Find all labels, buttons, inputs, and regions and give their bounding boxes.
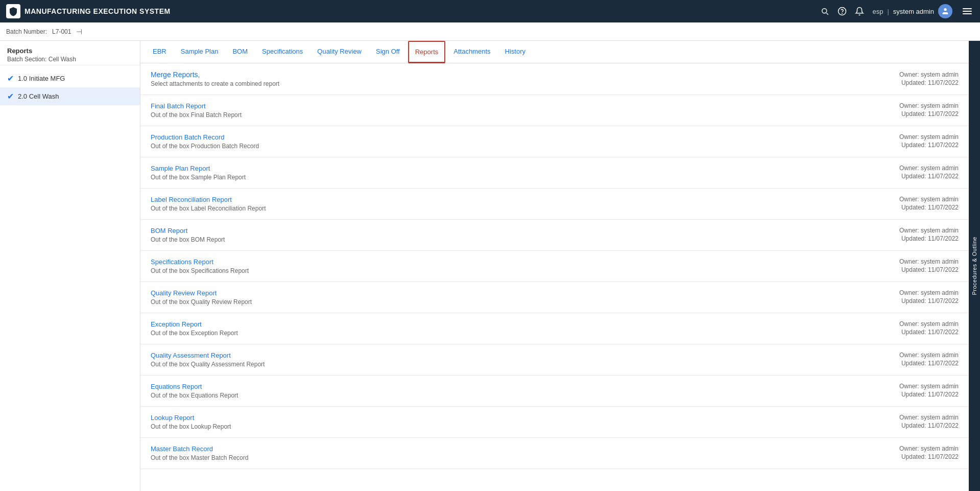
report-owner: Owner: system admin [899,165,959,172]
sidebar-nav: ✔ 1.0 Initiate MFG ✔ 2.0 Cell Wash [0,65,140,109]
top-bar: MANUFACTURING EXECUTION SYSTEM esp | sys… [0,0,980,22]
report-item-exception-report[interactable]: Exception Report Out of the box Exceptio… [140,313,969,344]
report-meta: Owner: system admin Updated: 11/07/2022 [899,102,959,119]
hamburger-menu[interactable] [961,6,974,16]
check-icon: ✔ [7,74,14,83]
report-owner: Owner: system admin [899,196,959,203]
report-name: Lookup Report [151,414,889,422]
report-updated: Updated: 11/07/2022 [899,391,959,398]
report-meta: Owner: system admin Updated: 11/07/2022 [899,352,959,368]
report-info: Sample Plan Report Out of the box Sample… [151,165,889,181]
search-button[interactable] [820,7,829,16]
report-desc: Out of the box Quality Review Report [151,298,889,306]
report-owner: Owner: system admin [899,414,959,421]
report-item-label-reconciliation-report[interactable]: Label Reconciliation Report Out of the b… [140,189,969,220]
report-desc: Select attachments to create a combined … [151,80,889,87]
report-desc: Out of the box Label Reconciliation Repo… [151,205,889,212]
report-owner: Owner: system admin [899,227,959,234]
sidebar-item-initiate-mfg[interactable]: ✔ 1.0 Initiate MFG [0,69,140,87]
report-owner: Owner: system admin [899,320,959,328]
report-meta: Owner: system admin Updated: 11/07/2022 [899,71,959,87]
report-info: Equations Report Out of the box Equation… [151,383,889,399]
report-info: Exception Report Out of the box Exceptio… [151,320,889,337]
svg-point-1 [842,13,843,13]
report-meta: Owner: system admin Updated: 11/07/2022 [899,445,959,461]
tab-attachments[interactable]: Attachments [447,41,496,63]
app-logo: MANUFACTURING EXECUTION SYSTEM [6,4,171,18]
report-item-specifications-report[interactable]: Specifications Report Out of the box Spe… [140,251,969,282]
tab-reports[interactable]: Reports [408,41,446,63]
report-meta: Owner: system admin Updated: 11/07/2022 [899,383,959,399]
report-desc: Out of the box Lookup Report [151,423,889,430]
report-name: Quality Assessment Report [151,352,889,359]
top-bar-actions: esp | system admin [820,4,974,18]
report-owner: Owner: system admin [899,71,959,78]
report-item-production-batch-record[interactable]: Production Batch Record Out of the box P… [140,126,969,157]
report-info: Production Batch Record Out of the box P… [151,133,889,150]
sidebar-header: Reports Batch Section: Cell Wash [0,41,140,65]
report-name: Master Batch Record [151,445,889,453]
sidebar-item-label: 1.0 Initiate MFG [18,75,65,82]
report-desc: Out of the box BOM Report [151,236,889,243]
main-layout: Reports Batch Section: Cell Wash ✔ 1.0 I… [0,41,980,491]
batch-label: Batch Number: [6,28,47,35]
tab-quality-review[interactable]: Quality Review [311,41,368,63]
report-item-sample-plan-report[interactable]: Sample Plan Report Out of the box Sample… [140,157,969,189]
report-name: Equations Report [151,383,889,390]
tab-specifications[interactable]: Specifications [256,41,309,63]
report-item-merge-reports[interactable]: Merge Reports, Select attachments to cre… [140,63,969,95]
language-selector[interactable]: esp [872,8,883,15]
report-name: Final Batch Report [151,102,889,110]
batch-bar: Batch Number: L7-001 ⊣ [0,22,980,41]
report-updated: Updated: 11/07/2022 [899,266,959,273]
report-info: Quality Assessment Report Out of the box… [151,352,889,368]
report-name: BOM Report [151,227,889,235]
username-label: system admin [893,8,934,15]
report-updated: Updated: 11/07/2022 [899,204,959,211]
app-title: MANUFACTURING EXECUTION SYSTEM [25,7,171,15]
notifications-button[interactable] [855,7,864,16]
report-item-final-batch-report[interactable]: Final Batch Report Out of the box Final … [140,95,969,126]
report-meta: Owner: system admin Updated: 11/07/2022 [899,165,959,181]
tab-history[interactable]: History [499,41,532,63]
tab-ebr[interactable]: EBR [147,41,173,63]
batch-number: L7-001 [52,28,71,35]
report-meta: Owner: system admin Updated: 11/07/2022 [899,258,959,274]
report-name: Sample Plan Report [151,165,889,172]
help-button[interactable] [838,7,847,16]
report-item-master-batch-record[interactable]: Master Batch Record Out of the box Maste… [140,438,969,469]
report-item-quality-assessment-report[interactable]: Quality Assessment Report Out of the box… [140,344,969,376]
avatar[interactable] [938,4,952,18]
report-item-bom-report[interactable]: BOM Report Out of the box BOM Report Own… [140,220,969,251]
user-info: esp | system admin [872,4,952,18]
report-meta: Owner: system admin Updated: 11/07/2022 [899,289,959,306]
tab-sample-plan[interactable]: Sample Plan [175,41,225,63]
tab-nav: EBR Sample Plan BOM Specifications Quali… [140,41,969,63]
report-info: Specifications Report Out of the box Spe… [151,258,889,274]
procedures-outline-panel[interactable]: Procedures & Outline [969,41,980,491]
report-item-quality-review-report[interactable]: Quality Review Report Out of the box Qua… [140,282,969,313]
report-updated: Updated: 11/07/2022 [899,142,959,149]
report-owner: Owner: system admin [899,445,959,452]
report-updated: Updated: 11/07/2022 [899,453,959,460]
report-info: Lookup Report Out of the box Lookup Repo… [151,414,889,430]
report-desc: Out of the box Production Batch Record [151,143,889,150]
report-meta: Owner: system admin Updated: 11/07/2022 [899,414,959,430]
report-name: Production Batch Record [151,133,889,141]
separator: | [887,8,889,15]
report-updated: Updated: 11/07/2022 [899,173,959,180]
collapse-sidebar-button[interactable]: ⊣ [76,28,82,36]
report-owner: Owner: system admin [899,258,959,265]
report-item-equations-report[interactable]: Equations Report Out of the box Equation… [140,376,969,407]
report-updated: Updated: 11/07/2022 [899,297,959,305]
report-owner: Owner: system admin [899,289,959,296]
sidebar-item-cell-wash[interactable]: ✔ 2.0 Cell Wash [0,87,140,105]
tab-bom[interactable]: BOM [226,41,254,63]
logo-icon [6,4,20,18]
report-item-lookup-report[interactable]: Lookup Report Out of the box Lookup Repo… [140,407,969,438]
report-updated: Updated: 11/07/2022 [899,79,959,86]
report-desc: Out of the box Master Batch Record [151,454,889,461]
report-desc: Out of the box Final Batch Report [151,111,889,119]
report-desc: Out of the box Quality Assessment Report [151,361,889,368]
tab-sign-off[interactable]: Sign Off [370,41,406,63]
